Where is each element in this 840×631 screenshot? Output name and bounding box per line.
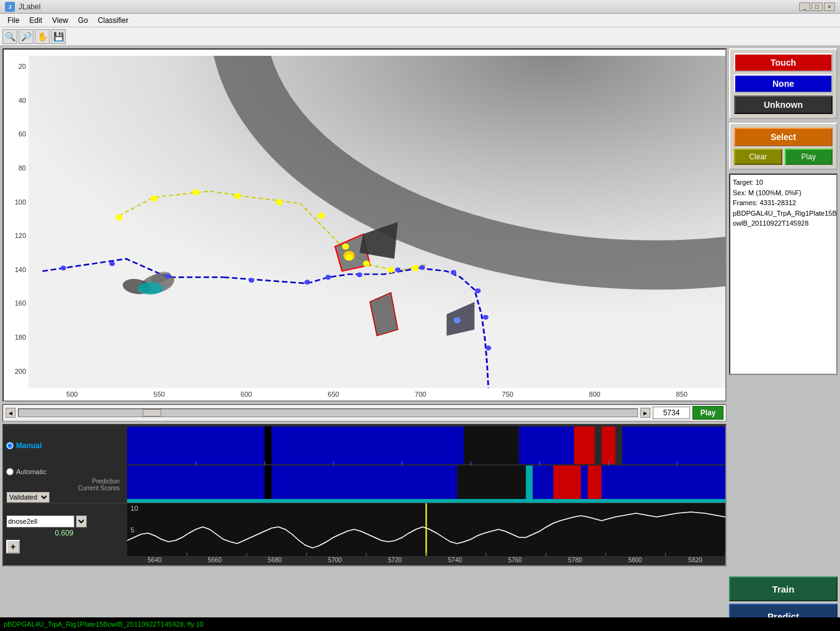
svg-point-19 xyxy=(317,213,324,219)
minimize-button[interactable]: _ xyxy=(799,2,810,11)
touch-button[interactable]: Touch xyxy=(734,53,833,72)
svg-point-20 xyxy=(342,244,349,250)
menu-go[interactable]: Go xyxy=(73,15,93,26)
add-classifier-button[interactable]: + xyxy=(6,540,20,554)
scroll-left-button[interactable]: ◄ xyxy=(6,408,15,418)
manual-radio[interactable] xyxy=(6,442,14,449)
score-label-area: dnose2ell ▼ 0.609 + xyxy=(4,503,125,556)
title-bar: J JLabel _ □ × xyxy=(0,0,840,14)
svg-point-22 xyxy=(387,267,394,273)
info-file2: owlB_20110922T145928 xyxy=(733,218,834,229)
zoom-in-button[interactable]: 🔍 xyxy=(2,29,17,44)
svg-point-15 xyxy=(151,195,157,201)
svg-rect-56 xyxy=(265,466,272,499)
unknown-button[interactable]: Unknown xyxy=(734,95,833,114)
svg-point-28 xyxy=(249,278,254,283)
menu-view[interactable]: View xyxy=(47,15,73,26)
canvas-area: 20 40 60 80 100 120 140 160 180 200 500 … xyxy=(2,48,727,402)
classifier-name-row: dnose2ell ▼ xyxy=(6,515,122,527)
none-button[interactable]: None xyxy=(734,74,833,93)
toolbar: 🔍 🔎 ✋ 💾 xyxy=(0,27,840,46)
manual-label-area: Manual xyxy=(4,425,125,466)
pan-button[interactable]: ✋ xyxy=(35,29,50,44)
y-axis: 20 40 60 80 100 120 140 160 180 200 xyxy=(4,50,29,388)
svg-point-25 xyxy=(61,265,66,270)
manual-track-content xyxy=(127,425,725,466)
svg-point-29 xyxy=(304,280,310,285)
svg-point-5 xyxy=(138,282,162,294)
xaxis-labels: 5640 5660 5680 5700 5720 5740 5760 5780 … xyxy=(4,555,725,565)
prediction-track-content xyxy=(127,466,725,503)
app-icon: J xyxy=(5,2,15,12)
save-button[interactable]: 💾 xyxy=(51,29,66,44)
info-target: Target: 10 xyxy=(733,177,834,188)
svg-point-14 xyxy=(116,214,123,221)
score-select[interactable]: Validated xyxy=(6,492,50,503)
svg-point-13 xyxy=(454,317,461,324)
svg-point-16 xyxy=(192,189,199,195)
status-bar: pBDPGAL4U_TrpA_Rig1Plate15BowlB_20110922… xyxy=(0,617,840,631)
svg-rect-55 xyxy=(272,466,457,499)
svg-rect-61 xyxy=(581,466,588,499)
menu-bar: File Edit View Go Classifier xyxy=(0,14,840,27)
automatic-radio-label: Automatic xyxy=(6,468,122,475)
menu-edit[interactable]: Edit xyxy=(24,15,47,26)
info-sex: Sex: M (100%M, 0%F) xyxy=(733,188,834,198)
close-button[interactable]: × xyxy=(824,2,835,11)
prediction-label-area: Automatic Prediction Current Scores Vali… xyxy=(4,466,125,503)
annotation-panel: Manual xyxy=(2,424,727,567)
svg-rect-59 xyxy=(533,466,553,499)
zoom-out-button[interactable]: 🔎 xyxy=(19,29,33,44)
svg-rect-45 xyxy=(622,426,725,464)
svg-point-34 xyxy=(451,270,456,275)
svg-point-27 xyxy=(165,273,170,278)
window-controls: _ □ × xyxy=(799,2,835,11)
svg-point-31 xyxy=(356,272,362,277)
right-panel: Touch None Unknown Select Clear Play Tar… xyxy=(729,48,838,629)
scroll-track[interactable] xyxy=(18,408,638,417)
classifier-name-input[interactable]: dnose2ell xyxy=(6,515,74,527)
svg-rect-54 xyxy=(127,466,265,499)
manual-track-svg xyxy=(127,425,725,466)
svg-point-24 xyxy=(345,255,352,261)
svg-point-33 xyxy=(420,265,425,270)
score-track-content: 10 5 xyxy=(127,503,725,556)
svg-rect-43 xyxy=(574,426,595,464)
svg-rect-41 xyxy=(464,426,519,464)
menu-classifier[interactable]: Classifier xyxy=(93,15,133,26)
scroll-right-button[interactable]: ► xyxy=(640,408,650,418)
x-axis: 500 550 600 650 700 750 800 850 xyxy=(29,388,725,400)
fly-tracking-svg xyxy=(29,56,725,388)
score-track-svg: 10 5 xyxy=(127,503,725,556)
select-area: Select Clear Play xyxy=(729,123,838,170)
svg-rect-62 xyxy=(588,466,601,499)
play-button[interactable]: Play xyxy=(692,406,723,420)
scroll-thumb[interactable] xyxy=(143,409,161,417)
prediction-track-svg xyxy=(127,466,725,499)
svg-point-35 xyxy=(475,288,480,293)
classifier-buttons: Touch None Unknown xyxy=(729,48,838,119)
svg-rect-39 xyxy=(272,426,464,464)
select-button[interactable]: Select xyxy=(734,128,833,146)
info-frames: Frames: 4331-28312 xyxy=(733,198,834,208)
frame-number-input[interactable]: 5734 xyxy=(653,407,690,419)
svg-rect-58 xyxy=(526,466,533,499)
status-text: pBDPGAL4U_TrpA_Rig1Plate15BowlB_20110922… xyxy=(4,620,203,628)
menu-file[interactable]: File xyxy=(2,15,24,26)
info-file1: pBDPGAL4U_TrpA_Rig1Plate15B xyxy=(733,208,834,219)
svg-rect-44 xyxy=(601,426,615,464)
svg-rect-57 xyxy=(457,466,526,499)
select-play-button[interactable]: Play xyxy=(785,149,833,165)
svg-rect-42 xyxy=(519,426,574,464)
train-button[interactable]: Train xyxy=(729,576,838,601)
scrollbar-area: ◄ ► 5734 Play xyxy=(2,404,727,421)
svg-point-17 xyxy=(234,193,241,199)
classifier-type-select[interactable]: ▼ xyxy=(76,515,87,527)
classifier-score: 0.609 xyxy=(6,529,122,537)
svg-rect-63 xyxy=(601,466,725,499)
svg-point-30 xyxy=(325,275,331,280)
clear-button[interactable]: Clear xyxy=(734,149,782,165)
automatic-radio[interactable] xyxy=(6,468,14,475)
maximize-button[interactable]: □ xyxy=(811,2,823,11)
svg-text:10: 10 xyxy=(131,505,138,511)
